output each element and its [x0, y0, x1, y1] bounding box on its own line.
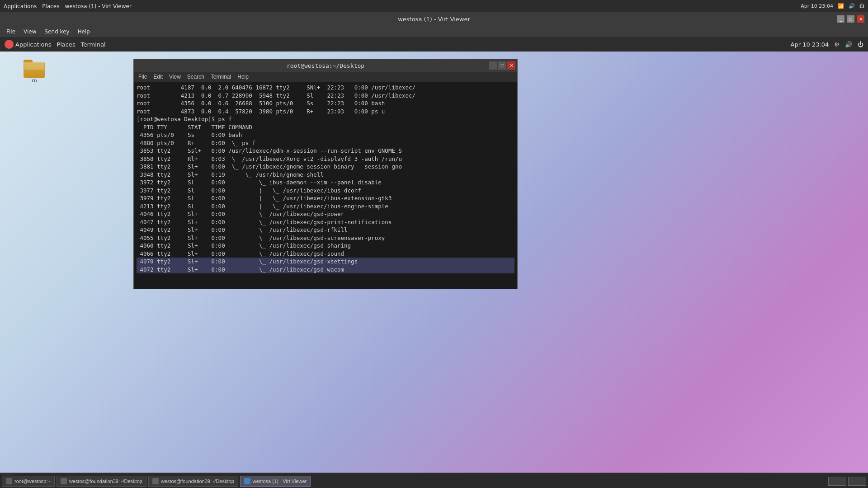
guest-apps-menu[interactable]: Applications [5, 40, 51, 49]
terminal-line: 4046 tty2 Sl+ 0:00 \_ /usr/libexec/gsd-p… [137, 210, 514, 218]
guest-power-icon[interactable]: ⏻ [858, 41, 863, 48]
menu-send-key[interactable]: Send key [41, 28, 73, 36]
bottom-task-2[interactable]: westos@foundation39:~/Desktop [57, 476, 146, 487]
guest-applications-label[interactable]: Applications [15, 41, 51, 48]
system-places[interactable]: Places [42, 3, 59, 9]
terminal-line: [root@westosa Desktop]$ ps f [137, 115, 514, 123]
app-menu-bar: File View Send key Help [0, 26, 868, 37]
bottom-task-icon-3 [152, 478, 159, 484]
term-menu-help[interactable]: Help [235, 73, 251, 80]
term-menu-view[interactable]: View [166, 73, 184, 80]
menu-file[interactable]: File [3, 28, 19, 36]
window-controls: _ □ ✕ [837, 15, 864, 23]
close-button[interactable]: ✕ [857, 15, 864, 23]
guest-desktop: Applications Places Terminal Apr 10 23:0… [0, 37, 868, 488]
terminal-line: root 4356 0.0 0.6 26688 5100 pts/0 Ss 22… [137, 99, 514, 108]
minimize-button[interactable]: _ [837, 15, 844, 23]
bottom-placeholder-2 [848, 477, 866, 486]
system-bar-left: Applications Places westosa (1) - Virt V… [4, 3, 132, 9]
guest-panel-left: Applications Places Terminal [5, 40, 106, 49]
terminal-title: root@westosa:~/Desktop [287, 62, 364, 69]
terminal-line: root 4187 0.0 2.0 640476 16872 tty2 SNl+… [137, 84, 514, 92]
terminal-controls: _ □ ✕ [489, 61, 515, 70]
folder-icon [24, 60, 45, 78]
bottom-placeholder-1 [828, 477, 846, 486]
terminal-line: 3853 tty2 Ssl+ 0:00 /usr/libexec/gdm-x-s… [137, 147, 514, 155]
system-bar-right: Apr 10 23:04 📶 🔊 ⏻ [801, 3, 864, 9]
system-bar: Applications Places westosa (1) - Virt V… [0, 0, 868, 12]
term-menu-file[interactable]: File [136, 73, 150, 80]
terminal-line: 4070 tty2 Sl+ 0:00 \_ /usr/libexec/gsd-x… [137, 258, 514, 266]
virt-viewer-window: westosa (1) - Virt Viewer _ □ ✕ File Vie… [0, 12, 868, 488]
terminal-menu: File Edit View Search Terminal Help [134, 72, 517, 82]
terminal-line: root 4213 0.0 0.7 228900 5948 tty2 Sl 22… [137, 92, 514, 100]
menu-help[interactable]: Help [74, 28, 94, 36]
guest-places-label[interactable]: Places [57, 41, 75, 48]
guest-terminal-label[interactable]: Terminal [81, 41, 106, 48]
system-datetime: Apr 10 23:04 [801, 3, 833, 9]
bottom-task-label-3: westos@foundation39:~/Desktop [161, 479, 234, 484]
bottom-task-1[interactable]: root@westosb:~ [2, 476, 55, 487]
bottom-task-label-4: westosa (1) - Virt Viewer [253, 479, 307, 484]
terminal-line: PID TTY STAT TIME COMMAND [137, 123, 514, 131]
term-minimize-button[interactable]: _ [489, 61, 497, 70]
maximize-button[interactable]: □ [847, 15, 854, 23]
terminal-line: 3972 tty2 Sl 0:00 \_ ibus-daemon --xim -… [137, 178, 514, 187]
term-maximize-button[interactable]: □ [498, 61, 506, 70]
terminal-line: 4356 pts/0 Ss 0:00 bash [137, 131, 514, 139]
terminal-line: 4055 tty2 Sl+ 0:00 \_ /usr/libexec/gsd-s… [137, 234, 514, 242]
guest-panel-right: Apr 10 23:04 ⚙ 🔊 ⏻ [791, 41, 863, 48]
bottom-taskbar: root@westosb:~ westos@foundation39:~/Des… [0, 474, 868, 488]
guest-datetime: Apr 10 23:04 [791, 41, 829, 48]
term-close-button[interactable]: ✕ [507, 61, 515, 70]
terminal-titlebar: root@westosa:~/Desktop _ □ ✕ [134, 59, 517, 72]
menu-view[interactable]: View [20, 28, 40, 36]
bottom-task-3[interactable]: westos@foundation39:~/Desktop [148, 476, 238, 487]
volume-icon[interactable]: 🔊 [849, 3, 855, 9]
terminal-line: 4880 pts/0 R+ 0:00 \_ ps f [137, 139, 514, 147]
terminal-line: 3948 tty2 Sl+ 0:19 \_ /usr/bin/gnome-she… [137, 171, 514, 179]
terminal-line: 4213 tty2 Sl 0:00 | \_ /usr/libexec/ibus… [137, 202, 514, 211]
system-window-title: westosa (1) - Virt Viewer [65, 3, 131, 9]
apps-icon [5, 40, 14, 49]
terminal-line: 4072 tty2 Sl+ 0:00 \_ /usr/libexec/gsd-w… [137, 266, 514, 274]
terminal-line: 3977 tty2 Sl 0:00 | \_ /usr/libexec/ibus… [137, 187, 514, 195]
terminal-line: 4060 tty2 Sl+ 0:00 \_ /usr/libexec/gsd-s… [137, 242, 514, 250]
power-icon[interactable]: ⏻ [859, 3, 864, 9]
bottom-task-label-1: root@westosb:~ [14, 479, 51, 484]
term-menu-search[interactable]: Search [184, 73, 207, 80]
bottom-task-4[interactable]: westosa (1) - Virt Viewer [240, 476, 311, 487]
guest-volume-icon[interactable]: 🔊 [845, 41, 852, 48]
bottom-task-label-2: westos@foundation39:~/Desktop [69, 479, 142, 484]
folder-label: ro [32, 78, 37, 84]
bottom-task-icon-2 [61, 478, 67, 484]
bottom-task-icon-4 [244, 478, 250, 484]
guest-settings-icon[interactable]: ⚙ [834, 41, 840, 48]
term-menu-terminal[interactable]: Terminal [208, 73, 234, 80]
terminal-line: root 4873 0.0 0.4 57820 3980 pts/0 R+ 23… [137, 108, 514, 116]
system-applications[interactable]: Applications [4, 3, 37, 9]
terminal-content[interactable]: root 4187 0.0 2.0 640476 16872 tty2 SNl+… [134, 82, 517, 289]
terminal-line: 3858 tty2 Rl+ 0:03 \_ /usr/libexec/Xorg … [137, 155, 514, 163]
terminal-line: 4049 tty2 Sl+ 0:00 \_ /usr/libexec/gsd-r… [137, 226, 514, 234]
window-title-bar: westosa (1) - Virt Viewer _ □ ✕ [0, 12, 868, 26]
guest-panel: Applications Places Terminal Apr 10 23:0… [0, 37, 868, 52]
window-title: westosa (1) - Virt Viewer [398, 16, 470, 23]
terminal-line: 4066 tty2 Sl+ 0:00 \_ /usr/libexec/gsd-s… [137, 250, 514, 258]
terminal-line: 3881 tty2 Sl+ 0:00 \_ /usr/libexec/gnome… [137, 163, 514, 171]
bottom-task-icon-1 [6, 478, 12, 484]
network-icon: 📶 [838, 3, 844, 9]
folder-shine [24, 62, 44, 70]
terminal-line: 3979 tty2 Sl 0:00 | \_ /usr/libexec/ibus… [137, 194, 514, 202]
folder-body [24, 62, 45, 78]
bottom-right-area [828, 477, 866, 486]
terminal-line: 4047 tty2 Sl+ 0:00 \_ /usr/libexec/gsd-p… [137, 218, 514, 226]
terminal-window[interactable]: root@westosa:~/Desktop _ □ ✕ File Edit V… [133, 59, 518, 289]
desktop-folder[interactable]: ro [24, 60, 45, 84]
term-menu-edit[interactable]: Edit [151, 73, 165, 80]
